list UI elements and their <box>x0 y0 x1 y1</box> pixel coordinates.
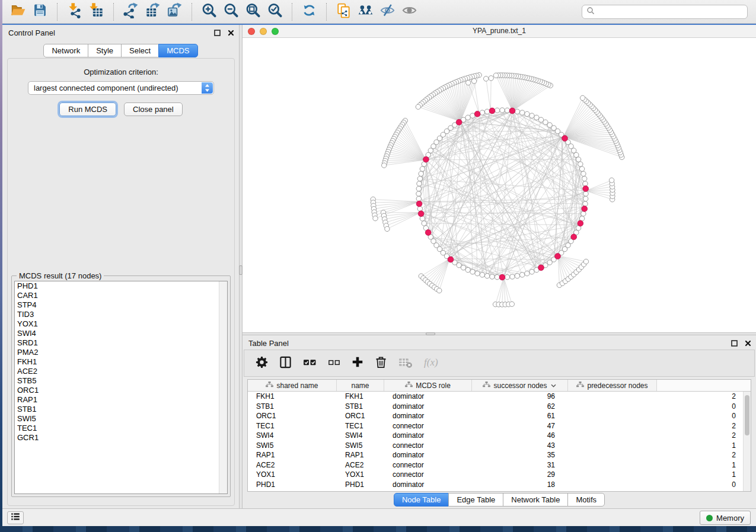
cell-shared-name[interactable]: SWI4 <box>248 431 337 441</box>
graph-leaf-node[interactable] <box>509 302 514 306</box>
mcds-node-item[interactable]: ORC1 <box>15 386 227 395</box>
graph-node[interactable] <box>470 270 475 274</box>
zoom-in-button[interactable] <box>198 2 220 21</box>
zoom-selected-button[interactable] <box>264 2 286 21</box>
function-builder-button[interactable]: f(x) <box>423 355 443 371</box>
graph-mcds-hub-node[interactable] <box>582 206 588 212</box>
table-scrollbar-thumb[interactable] <box>745 395 749 435</box>
graph-leaf-node[interactable] <box>484 76 489 81</box>
cell-name[interactable]: ORC1 <box>337 411 384 421</box>
cell-mcds-role[interactable]: connector <box>384 460 472 470</box>
select-all-button[interactable] <box>302 355 317 372</box>
graph-leaf-node[interactable] <box>437 288 442 293</box>
cell-mcds-role[interactable]: dominator <box>384 450 472 460</box>
cell-successor-nodes[interactable]: 47 <box>472 421 568 431</box>
zoom-fit-button[interactable] <box>242 2 264 21</box>
mcds-node-item[interactable]: PHD1 <box>15 281 227 291</box>
cell-successor-nodes[interactable]: 46 <box>472 431 568 441</box>
graph-node[interactable] <box>417 176 422 181</box>
graph-leaf-node[interactable] <box>466 80 471 85</box>
cell-successor-nodes[interactable]: 61 <box>472 411 568 421</box>
graph-leaf-node[interactable] <box>489 76 493 81</box>
cell-predecessor-nodes[interactable]: 0 <box>568 411 743 421</box>
graph-node[interactable] <box>420 216 425 221</box>
graph-node[interactable] <box>510 274 515 279</box>
search-neighbors-button[interactable] <box>355 2 377 21</box>
graph-node[interactable] <box>417 181 422 186</box>
cell-name[interactable]: STB1 <box>337 402 384 412</box>
task-history-button[interactable] <box>7 511 24 524</box>
cell-predecessor-nodes[interactable]: 2 <box>568 450 743 460</box>
graph-leaf-node[interactable] <box>583 259 588 264</box>
graph-leaf-node[interactable] <box>416 104 420 109</box>
graph-node[interactable] <box>581 171 586 176</box>
graph-node[interactable] <box>480 110 484 115</box>
cell-shared-name[interactable]: ORC1 <box>248 411 337 421</box>
graph-node[interactable] <box>416 196 421 201</box>
cell-successor-nodes[interactable]: 29 <box>472 470 568 480</box>
memory-button[interactable]: Memory <box>700 511 751 525</box>
graph-node[interactable] <box>420 166 425 171</box>
graph-node[interactable] <box>583 196 588 201</box>
graph-node[interactable] <box>495 108 499 113</box>
graph-node[interactable] <box>505 108 509 113</box>
mcds-node-item[interactable]: GCR1 <box>15 433 227 443</box>
graph-node[interactable] <box>529 270 534 274</box>
graph-mcds-hub-node[interactable] <box>555 254 561 259</box>
graph-mcds-hub-node[interactable] <box>423 156 429 162</box>
cell-mcds-role[interactable]: dominator <box>384 402 472 412</box>
cell-name[interactable]: TEC1 <box>337 421 384 431</box>
graph-mcds-hub-node[interactable] <box>562 136 568 142</box>
cell-shared-name[interactable]: SWI5 <box>248 441 337 451</box>
cell-successor-nodes[interactable]: 31 <box>472 460 568 470</box>
tab-motifs[interactable]: Motifs <box>567 493 605 507</box>
graph-node[interactable] <box>490 274 495 279</box>
table-row[interactable]: TEC1TEC1connector472 <box>248 421 743 431</box>
mcds-node-item[interactable]: TEC1 <box>15 424 227 433</box>
graph-node[interactable] <box>583 181 588 186</box>
cell-successor-nodes[interactable]: 43 <box>472 441 568 451</box>
column-header-predecessor-nodes[interactable]: predecessor nodes <box>568 380 657 391</box>
graph-node[interactable] <box>515 109 519 114</box>
graph-node[interactable] <box>525 111 529 116</box>
cell-shared-name[interactable]: PHD1 <box>248 480 337 490</box>
graph-node[interactable] <box>581 211 586 216</box>
graph-mcds-hub-node[interactable] <box>474 111 480 117</box>
graph-mcds-hub-node[interactable] <box>425 230 431 236</box>
close-panel-icon[interactable] <box>745 339 751 348</box>
mcds-node-item[interactable]: STB1 <box>15 405 227 414</box>
graph-node[interactable] <box>495 275 499 280</box>
graph-node[interactable] <box>484 109 489 114</box>
graph-node[interactable] <box>505 275 509 280</box>
graph-mcds-hub-node[interactable] <box>448 257 454 262</box>
column-header-name[interactable]: name <box>337 380 384 391</box>
table-row[interactable]: RAP1RAP1dominator352 <box>248 450 743 460</box>
table-row[interactable]: SWI4SWI4dominator462 <box>248 431 743 441</box>
graph-mcds-hub-node[interactable] <box>416 201 422 207</box>
cell-mcds-role[interactable]: connector <box>384 470 472 480</box>
cell-name[interactable]: RAP1 <box>337 450 384 460</box>
graph-node[interactable] <box>416 191 421 196</box>
settings-gear-button[interactable] <box>255 355 269 371</box>
graph-node[interactable] <box>480 273 484 277</box>
graph-node[interactable] <box>422 221 426 226</box>
clone-network-button[interactable] <box>333 2 355 21</box>
mcds-node-item[interactable]: SRD1 <box>15 338 227 348</box>
mcds-node-item[interactable]: PMA2 <box>15 348 227 357</box>
cell-mcds-role[interactable]: dominator <box>384 392 472 402</box>
cell-predecessor-nodes[interactable]: 1 <box>568 441 743 451</box>
table-scrollbar[interactable] <box>743 392 751 491</box>
import-table-button[interactable] <box>85 2 107 21</box>
graph-node[interactable] <box>525 271 529 275</box>
table-row[interactable]: STB1STB1dominator620 <box>248 402 743 412</box>
cell-predecessor-nodes[interactable]: 2 <box>568 431 743 441</box>
graph-node[interactable] <box>579 166 584 171</box>
graph-node[interactable] <box>500 108 505 113</box>
graph-node[interactable] <box>461 265 465 270</box>
table-row[interactable]: PHD1PHD1dominator180 <box>248 480 743 490</box>
cell-predecessor-nodes[interactable]: 1 <box>568 460 743 470</box>
graph-node[interactable] <box>475 271 480 275</box>
search-box[interactable] <box>582 5 748 19</box>
tab-style[interactable]: Style <box>88 44 122 57</box>
mcds-node-item[interactable]: RAP1 <box>15 395 227 405</box>
